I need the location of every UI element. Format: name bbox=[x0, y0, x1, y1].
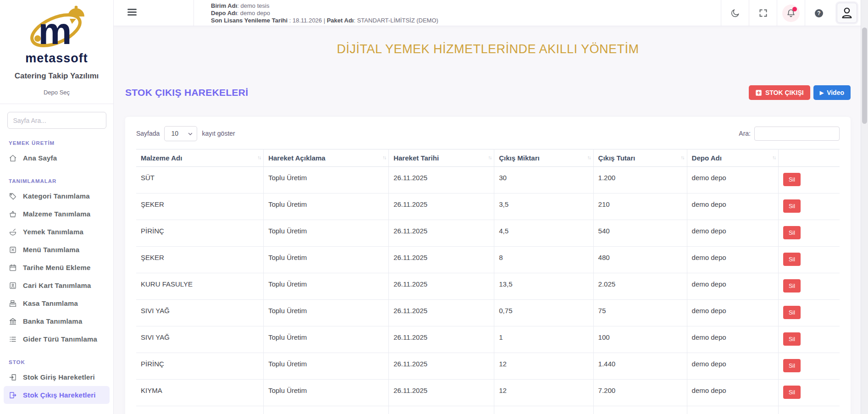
sort-arrows-icon[interactable]: ↑↓ bbox=[382, 155, 386, 160]
sidebar-item-cari-kart-tanımlama[interactable]: Cari Kart Tanımlama bbox=[0, 276, 113, 294]
delete-row-button[interactable]: Sil bbox=[783, 332, 801, 346]
cell-tutar: 100 bbox=[593, 326, 687, 353]
cell-aciklama: Toplu Üretim bbox=[264, 167, 389, 193]
avatar[interactable] bbox=[837, 3, 857, 23]
cell-aciklama: Toplu Üretim bbox=[264, 300, 389, 326]
depot-line: Depo Adı: demo depo bbox=[211, 10, 438, 17]
sidebar-item-kasa-tanımlama[interactable]: Kasa Tanımlama bbox=[0, 294, 113, 312]
cell-actions: Sil bbox=[778, 167, 840, 193]
basket-icon bbox=[9, 210, 17, 218]
delete-row-button[interactable]: Sil bbox=[783, 359, 801, 372]
column-header-5[interactable]: Depo Adı↑↓ bbox=[687, 149, 778, 167]
cell-tutar: 75 bbox=[593, 300, 687, 326]
user-menu[interactable] bbox=[833, 0, 861, 26]
sidebar-item-menü-tanımlama[interactable]: Menü Tanımlama bbox=[0, 241, 113, 259]
sort-arrows-icon[interactable]: ↑↓ bbox=[772, 155, 775, 160]
sidebar-item-stok-çıkış-hareketleri[interactable]: Stok Çıkış Hareketleri bbox=[4, 386, 110, 404]
table-search-input[interactable] bbox=[754, 127, 840, 141]
cell-tarih: 26.11.2025 bbox=[389, 273, 494, 300]
cell-malzeme: PİRİNÇ bbox=[136, 353, 264, 380]
sidebar-item-label: Banka Tanımlama bbox=[23, 317, 82, 325]
cell-aciklama: Toplu Üretim bbox=[264, 326, 389, 353]
delete-row-button[interactable]: Sil bbox=[783, 306, 801, 319]
brand-name: metassoft bbox=[0, 51, 113, 66]
sidebar-item-yemek-tanımlama[interactable]: Yemek Tanımlama bbox=[0, 223, 113, 241]
sidebar-item-kategori-tanımlama[interactable]: Kategori Tanımlama bbox=[0, 187, 113, 205]
stock-out-button[interactable]: STOK ÇIKIŞI bbox=[749, 85, 810, 100]
user-avatar-icon bbox=[840, 6, 854, 20]
list-icon bbox=[9, 335, 17, 343]
fullscreen-button[interactable] bbox=[749, 0, 777, 26]
column-header-0[interactable]: Malzeme Adı↑↓ bbox=[136, 149, 264, 167]
play-icon: ▶ bbox=[820, 90, 824, 95]
dark-mode-toggle[interactable] bbox=[721, 0, 749, 26]
bank-icon bbox=[9, 317, 17, 326]
depot-select-link[interactable]: Depo Seç bbox=[0, 89, 113, 96]
scrollbar-thumb[interactable] bbox=[862, 28, 867, 124]
cell-tarih: 26.11.2025 bbox=[389, 193, 494, 220]
nav-section-label: TANIMLAMALAR bbox=[9, 178, 113, 184]
sidebar-item-banka-tanımlama[interactable]: Banka Tanımlama bbox=[0, 312, 113, 330]
cell-actions: Sil bbox=[778, 380, 840, 406]
cell-tutar: 7.200 bbox=[593, 380, 687, 406]
page-scrollbar[interactable] bbox=[861, 0, 868, 414]
cell-tutar: 480 bbox=[593, 247, 687, 273]
cell-empty bbox=[136, 406, 264, 414]
delete-row-button[interactable]: Sil bbox=[783, 226, 801, 239]
table-row: ŞEKERToplu Üretim26.11.20253,5210demo de… bbox=[136, 193, 840, 220]
sort-arrows-icon[interactable]: ↑↓ bbox=[681, 155, 684, 160]
video-label: Video bbox=[827, 89, 844, 96]
sort-arrows-icon[interactable]: ↑↓ bbox=[488, 155, 491, 160]
cell-tarih: 26.11.2025 bbox=[389, 380, 494, 406]
metassoft-logo-icon: m bbox=[20, 5, 94, 52]
column-header-label: Çıkış Tutarı bbox=[598, 154, 636, 162]
cell-actions: Sil bbox=[778, 353, 840, 380]
delete-row-button[interactable]: Sil bbox=[783, 173, 801, 186]
cell-aciklama: Toplu Üretim bbox=[264, 273, 389, 300]
sidebar-item-label: Stok Çıkış Hareketleri bbox=[23, 391, 96, 399]
cell-tarih: 26.11.2025 bbox=[389, 167, 494, 193]
delete-row-button[interactable]: Sil bbox=[783, 386, 801, 399]
sidebar-item-tarihe-menü-ekleme[interactable]: Tarihe Menü Ekleme bbox=[0, 259, 113, 276]
cell-miktar: 1 bbox=[494, 326, 593, 353]
hamburger-menu-icon[interactable] bbox=[127, 9, 137, 16]
delete-row-button[interactable]: Sil bbox=[783, 253, 801, 266]
sidebar-item-gider-türü-tanımlama[interactable]: Gider Türü Tanımlama bbox=[0, 330, 113, 348]
delete-row-button[interactable]: Sil bbox=[783, 279, 801, 293]
cell-empty bbox=[778, 406, 840, 414]
table-row: PİRİNÇToplu Üretim26.11.20254,5540demo d… bbox=[136, 220, 840, 247]
cell-tutar: 2.025 bbox=[593, 273, 687, 300]
cell-aciklama: Toplu Üretim bbox=[264, 247, 389, 273]
column-header-label: Çıkış Miktarı bbox=[499, 154, 539, 162]
table-row: SIVI YAĞToplu Üretim26.11.20250,7575demo… bbox=[136, 300, 840, 326]
page-size-select[interactable]: 10 bbox=[164, 126, 197, 141]
sidebar-item-label: Stok Giriş Hareketleri bbox=[23, 373, 95, 381]
notifications-button[interactable] bbox=[777, 0, 805, 26]
page: m metassoft Catering Takip Yazılımı Depo… bbox=[0, 0, 868, 414]
column-header-2[interactable]: Hareket Tarihi↑↓ bbox=[389, 149, 494, 167]
sidebar-item-malzeme-tanımlama[interactable]: Malzeme Tanımlama bbox=[0, 205, 113, 223]
table-search-label: Ara: bbox=[739, 130, 751, 137]
column-header-4[interactable]: Çıkış Tutarı↑↓ bbox=[593, 149, 687, 167]
video-button[interactable]: ▶ Video bbox=[813, 85, 851, 100]
contact-card-icon bbox=[9, 282, 17, 290]
column-header-3[interactable]: Çıkış Miktarı↑↓ bbox=[494, 149, 593, 167]
page-search-input[interactable] bbox=[7, 112, 106, 129]
help-button[interactable]: ? bbox=[805, 0, 833, 26]
cell-depo: demo depo bbox=[687, 193, 778, 220]
cell-aciklama: Toplu Üretim bbox=[264, 193, 389, 220]
column-header-1[interactable]: Hareket Açıklama↑↓ bbox=[264, 149, 389, 167]
cell-tarih: 26.11.2025 bbox=[389, 247, 494, 273]
cell-malzeme: PİRİNÇ bbox=[136, 220, 264, 247]
sidebar-item-label: Menü Tanımlama bbox=[23, 246, 79, 254]
sort-arrows-icon[interactable]: ↑↓ bbox=[587, 155, 591, 160]
cell-depo: demo depo bbox=[687, 220, 778, 247]
sort-arrows-icon[interactable]: ↑↓ bbox=[257, 155, 260, 160]
table-row: KIYMAToplu Üretim26.11.2025127.200demo d… bbox=[136, 380, 840, 406]
sidebar-item-ana-sayfa[interactable]: Ana Sayfa bbox=[0, 149, 113, 167]
delete-row-button[interactable]: Sil bbox=[783, 199, 801, 213]
cell-malzeme: KURU FASULYE bbox=[136, 273, 264, 300]
sidebar-item-stok-giriş-hareketleri[interactable]: Stok Giriş Hareketleri bbox=[0, 368, 113, 386]
topbar: Birim Adı: demo tesis Depo Adı: demo dep… bbox=[114, 0, 861, 26]
cell-malzeme: ŞEKER bbox=[136, 193, 264, 220]
